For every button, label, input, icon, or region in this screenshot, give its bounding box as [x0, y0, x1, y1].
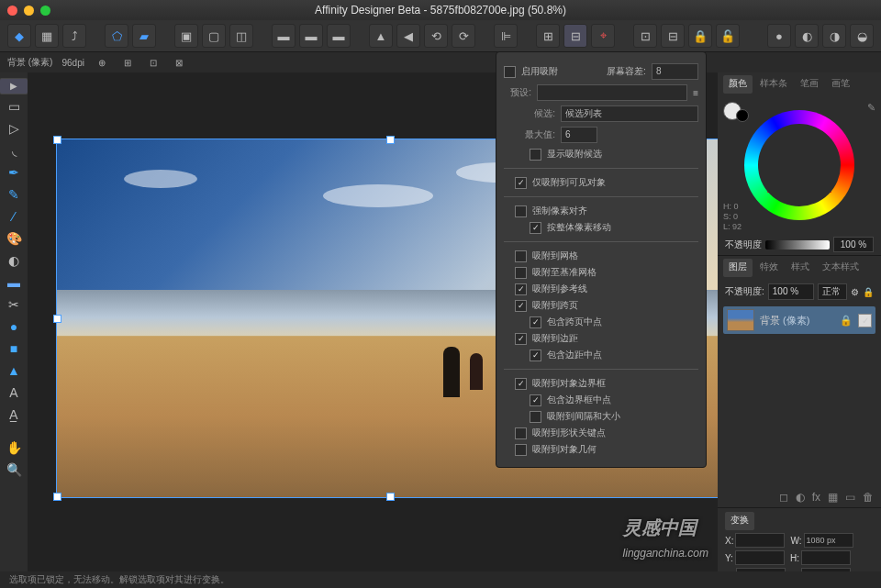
pan-tool[interactable]: ✋	[4, 438, 24, 458]
ellipse-tool[interactable]: ■	[4, 338, 24, 359]
add-button[interactable]: ●	[767, 24, 791, 48]
rotate-cw-button[interactable]: ⟳	[452, 24, 475, 48]
tab-layers[interactable]: 图层	[723, 259, 753, 277]
crop-tool[interactable]: ✂	[4, 294, 24, 315]
only-visible-checkbox[interactable]: ✓	[515, 177, 527, 189]
incl-bbox-mid-checkbox[interactable]: ✓	[530, 394, 541, 406]
new-pixel-layer-button[interactable]: ▰	[132, 24, 156, 48]
transform-h-input[interactable]	[801, 550, 851, 565]
move-back-button[interactable]: ▬	[299, 24, 323, 48]
layer-visible-checkbox[interactable]: ✓	[858, 314, 872, 327]
tab-text-styles[interactable]: 文本样式	[817, 259, 864, 277]
transparency-tool[interactable]: ◐	[4, 250, 24, 271]
color-wheel[interactable]: ✎ H: 0 S: 0 L: 92	[718, 96, 881, 234]
tab-brush[interactable]: 画笔	[826, 75, 855, 94]
lock-icon[interactable]: 🔒	[863, 287, 874, 297]
lock-button[interactable]: 🔒	[688, 24, 712, 48]
handle-tl[interactable]	[53, 136, 61, 144]
close-window-button[interactable]	[7, 6, 17, 16]
persona-export-button[interactable]: ⤴	[62, 24, 86, 48]
mask-icon[interactable]: ◻	[779, 491, 788, 504]
persona-pixel-button[interactable]: ▦	[35, 24, 59, 48]
snap-gaps-checkbox[interactable]	[530, 411, 541, 423]
snap-bbox-checkbox[interactable]: ✓	[515, 378, 527, 390]
ctx-btn-2[interactable]: ⊞	[119, 54, 136, 71]
persona-vector-button[interactable]: ◆	[7, 24, 31, 48]
stroke-swatch[interactable]	[736, 109, 749, 122]
gear-icon[interactable]: ⚙	[851, 287, 859, 297]
layer-opacity-select[interactable]: 100 %	[768, 283, 814, 300]
snap-spread-checkbox[interactable]: ✓	[515, 300, 527, 312]
max-input[interactable]: 6	[561, 127, 597, 143]
preset-select[interactable]	[537, 84, 687, 101]
fx-icon[interactable]: fx	[812, 491, 820, 504]
candidate-select[interactable]: 候选列表	[561, 105, 698, 122]
align-left-button[interactable]: ⊫	[494, 24, 518, 48]
flip-vertical-button[interactable]: ◀	[396, 24, 420, 48]
incl-spread-mid-checkbox[interactable]: ✓	[530, 316, 541, 328]
place-image-tool[interactable]: ▬	[4, 272, 24, 293]
move-tool[interactable]: ▶	[0, 78, 28, 94]
tab-styles[interactable]: 样式	[786, 259, 815, 277]
add-layer-icon[interactable]: ▦	[828, 491, 838, 504]
snap-base-grid-checkbox[interactable]	[515, 267, 527, 279]
deselect-button[interactable]: ▢	[202, 24, 226, 48]
transform-x-input[interactable]	[735, 533, 785, 548]
zoom-tool[interactable]: 🔍	[4, 460, 24, 480]
frame-text-tool[interactable]: A̲	[4, 405, 24, 425]
tab-effects[interactable]: 特效	[754, 259, 784, 277]
handle-bl[interactable]	[53, 493, 61, 501]
snap-key-points-checkbox[interactable]	[515, 427, 527, 439]
snap-geometry-checkbox[interactable]	[515, 444, 527, 456]
pen-tool[interactable]: ✒	[4, 162, 24, 183]
intersect-button[interactable]: ◑	[822, 24, 846, 48]
brush-tool[interactable]: ⁄	[4, 206, 24, 227]
show-candidates-checkbox[interactable]	[530, 149, 541, 161]
tolerance-input[interactable]: 8	[652, 63, 698, 80]
minimize-window-button[interactable]	[24, 6, 34, 16]
delete-layer-icon[interactable]: 🗑	[863, 491, 874, 504]
group-button[interactable]: ⊡	[633, 24, 657, 48]
color-picker-icon[interactable]: ✎	[867, 102, 875, 114]
incl-margin-mid-checkbox[interactable]: ✓	[530, 349, 541, 361]
tab-color[interactable]: 颜色	[723, 75, 753, 94]
transform-y-input[interactable]	[735, 550, 785, 565]
ctx-btn-4[interactable]: ⊠	[171, 54, 187, 71]
text-tool[interactable]: A	[4, 383, 24, 403]
snap-button[interactable]: ⊟	[563, 24, 587, 48]
ungroup-button[interactable]: ⊟	[661, 24, 685, 48]
rectangle-tool[interactable]: ●	[4, 316, 24, 337]
handle-tm[interactable]	[386, 136, 395, 144]
pencil-tool[interactable]: ✎	[4, 184, 24, 205]
move-forward-button[interactable]: ▬	[272, 24, 296, 48]
invert-selection-button[interactable]: ◫	[229, 24, 253, 48]
grid-button[interactable]: ⊞	[536, 24, 560, 48]
whole-pixel-checkbox[interactable]: ✓	[530, 222, 541, 234]
select-all-button[interactable]: ▣	[174, 24, 198, 48]
force-pixel-checkbox[interactable]	[515, 205, 527, 217]
layer-item[interactable]: 背景 (像素) 🔒 ✓	[723, 306, 875, 334]
blend-mode-select[interactable]: 正常	[818, 283, 847, 300]
divide-button[interactable]: ◒	[850, 24, 874, 48]
subtract-button[interactable]: ◐	[795, 24, 819, 48]
ctx-btn-3[interactable]: ⊡	[145, 54, 162, 71]
opacity-slider[interactable]	[765, 240, 830, 250]
adjustment-icon[interactable]: ◐	[796, 491, 805, 504]
flip-horizontal-button[interactable]: ▲	[369, 24, 393, 48]
snap-margins-checkbox[interactable]: ✓	[515, 333, 527, 345]
rotate-ccw-button[interactable]: ⟲	[424, 24, 448, 48]
node-tool[interactable]: ▷	[4, 118, 24, 139]
tab-transform[interactable]: 变换	[725, 512, 754, 530]
rounded-rect-tool[interactable]: ▲	[4, 361, 24, 381]
handle-bm[interactable]	[386, 493, 395, 501]
tab-brushes[interactable]: 笔画	[795, 75, 824, 94]
snap-guides-checkbox[interactable]: ✓	[515, 283, 527, 295]
new-layer-button[interactable]: ⬠	[105, 24, 128, 48]
zoom-window-button[interactable]	[40, 6, 50, 16]
add-group-icon[interactable]: ▭	[845, 491, 855, 504]
unlock-button[interactable]: 🔓	[716, 24, 740, 48]
enable-snap-checkbox[interactable]	[504, 66, 516, 78]
fill-tool[interactable]: 🎨	[4, 228, 24, 249]
move-inside-button[interactable]: ▬	[327, 24, 351, 48]
opacity-value[interactable]: 100 %	[833, 237, 874, 252]
